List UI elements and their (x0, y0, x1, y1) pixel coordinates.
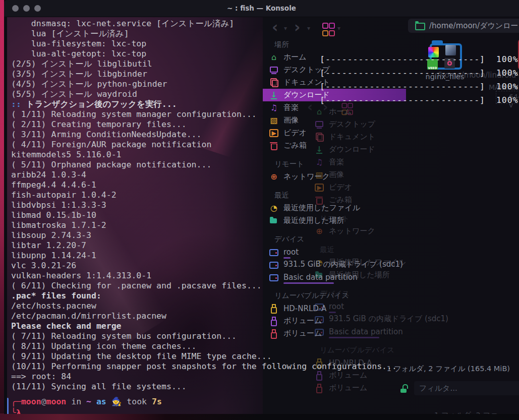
terminal-line: vlc 3.0.21-26 (11, 261, 397, 271)
terminal-line: ffmpeg4.4 4.4.6-1 (11, 180, 397, 190)
status-bar: 1 フォルダ, 2 ファイル (165.4 MiB) (384, 364, 510, 374)
terminal-line: (11/11) Syncing all file systems... (11, 382, 397, 392)
terminal-line: Please check and merge (11, 321, 397, 331)
prompt-marker (7, 398, 9, 414)
current-path: /home/moon/ダウンロード/ (429, 19, 519, 33)
terminal-line: ( 2/11) Creating temporary files... (11, 119, 397, 130)
wallpaper-edge (0, 0, 4, 420)
terminal-line: ( 1/11) Reloading system manager configu… (11, 109, 397, 119)
terminal-line: fish-autopair 1.0.4-2 (11, 190, 397, 200)
terminal-line: ( 3/11) Arming ConditionNeedsUpdate... (11, 130, 397, 140)
progress-line: [----------------------------] 100% (320, 66, 518, 80)
terminal-line: lua [インストール済み] (11, 29, 397, 39)
filter-bar (414, 381, 519, 395)
terminal-line: ==> root: 84 (11, 372, 397, 382)
terminal-line: libmatroska 1.7.1-2 (11, 220, 397, 230)
terminal-line: vulkan-headers 1:1.4.313.0-1 (11, 271, 397, 281)
window-title: ~ : fish — Konsole (4, 0, 519, 17)
terminal-line: ( 7/11) Reloading system bus configurati… (11, 331, 397, 341)
terminal-line: /etc/pacman.d/mirrorlist.pacnew (11, 311, 397, 321)
progress-line: [----------------------------] 100% (320, 80, 518, 93)
terminal-line: ( 6/11) Checking for .pacnew and .pacsav… (11, 281, 397, 291)
terminal-line: .pac* files found: (11, 291, 397, 301)
terminal-line: ( 4/11) Foreign/AUR package notification (11, 140, 397, 150)
terminal-line: libdvbpsi 1:1.3.3-3 (11, 200, 397, 210)
wallpaper-bottom (0, 413, 519, 420)
terminal-line: libtar 1.2.20-7 (11, 241, 397, 251)
terminal-line: /etc/hosts.pacnew (11, 301, 397, 311)
terminal-line: aribb24 1.0.3-4 (11, 170, 397, 180)
terminal-line: libsoup 2.74.3-3 (11, 230, 397, 241)
terminal-line: kitemmodels5 5.116.0-1 (11, 150, 397, 160)
terminal-line: ( 9/11) Updating the desktop file MIME t… (11, 351, 397, 362)
address-bar[interactable]: /home/moon/ダウンロード/ (408, 19, 519, 33)
desktop: ~ : fish — Konsole ‹ › (0, 0, 519, 420)
title-bar[interactable]: ~ : fish — Konsole (4, 0, 519, 17)
folder-icon (415, 23, 425, 30)
terminal-progress-bars: [----------------------------] 100%[----… (320, 52, 518, 107)
terminal-line: libupnp 1.14.24-1 (11, 251, 397, 261)
terminal-line: lua-filesystem: lxc-top (11, 39, 397, 49)
konsole-window: ~ : fish — Konsole ‹ › (4, 0, 519, 414)
terminal-line: (10/11) Performing snapper post snapshot… (11, 362, 397, 372)
progress-line: [----------------------------] 100% (320, 93, 518, 107)
terminal-viewport[interactable]: ‹ › /home/moon/lindroid-2 MAINLINE (4, 17, 519, 414)
prompt-line-2: ╰λ _ (11, 407, 162, 414)
wizard-emoji: 🧙 (111, 397, 122, 406)
terminal-line: libmad 0.15.1b-10 (11, 210, 397, 220)
unlock-icon[interactable] (400, 384, 408, 393)
terminal-line: dnsmasq: lxc-net.service [インストール済み] (11, 19, 397, 29)
progress-line: [----------------------------] 100% (320, 52, 518, 66)
terminal-line: ( 5/11) Orphaned package notification... (11, 160, 397, 170)
cursor: _ (26, 408, 31, 414)
prompt-line-1: ╭─moon@moon in ~ as 🧙 took 7s (11, 396, 162, 407)
shell-prompt[interactable]: ╭─moon@moon in ~ as 🧙 took 7s ╰λ _ (11, 396, 162, 414)
terminal-line: ( 8/11) Updating icon theme caches... (11, 341, 397, 351)
filter-input[interactable] (414, 381, 519, 395)
